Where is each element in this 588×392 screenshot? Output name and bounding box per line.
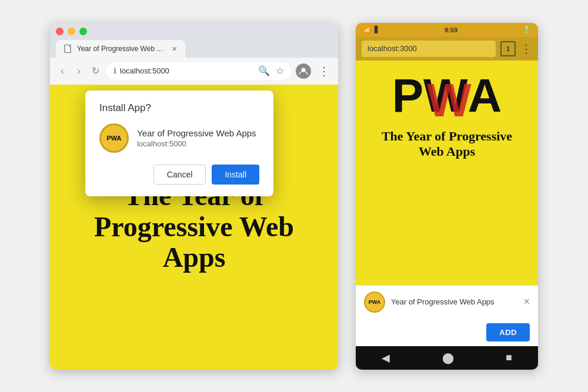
install-button[interactable]: Install bbox=[212, 165, 259, 185]
mobile-tab-count-button[interactable]: 1 bbox=[500, 41, 516, 56]
signal-icon: ▋ bbox=[375, 26, 379, 33]
logo-letter-a: A bbox=[468, 72, 502, 119]
back-button[interactable]: ‹ bbox=[56, 65, 69, 78]
mobile-status-bar: 📶 ▋ 9:59 🔋 bbox=[356, 23, 538, 37]
add-to-home-banner: PWA Year of Progressive Web Apps × bbox=[356, 285, 538, 319]
tab-count: 1 bbox=[506, 45, 510, 52]
browser-chrome: Year of Progressive Web Apps × bbox=[50, 23, 338, 58]
traffic-light-green[interactable] bbox=[79, 28, 87, 35]
reload-button[interactable]: ↻ bbox=[89, 65, 102, 78]
install-app-url: localhost:5000 bbox=[137, 139, 256, 148]
address-bar[interactable]: ℹ localhost:5000 🔍 ☆ bbox=[106, 62, 291, 80]
browser-tab[interactable]: Year of Progressive Web Apps × bbox=[56, 40, 185, 58]
recents-nav-button[interactable]: ■ bbox=[506, 351, 512, 364]
forward-button[interactable]: › bbox=[72, 65, 85, 78]
search-icon[interactable]: 🔍 bbox=[258, 65, 270, 76]
battery-icon: 🔋 bbox=[523, 26, 531, 33]
mobile-url-text: localhost:3000 bbox=[368, 44, 417, 53]
pwa-icon-xs-label: PWA bbox=[369, 299, 381, 305]
address-bar-row: ‹ › ↻ ℹ localhost:5000 🔍 ☆ ⋮ bbox=[50, 58, 338, 85]
pwa-logo: P W W A bbox=[392, 72, 502, 119]
tab-title: Year of Progressive Web Apps bbox=[77, 45, 168, 53]
install-dialog-title: Install App? bbox=[99, 102, 259, 114]
pwa-app-icon-xs: PWA bbox=[364, 292, 385, 313]
desktop-browser-mockup: Year of Progressive Web Apps × ‹ › ↻ ℹ l… bbox=[50, 23, 338, 370]
install-dialog: Install App? PWA Year of Progressive Web… bbox=[85, 91, 273, 196]
logo-letter-w-container: W W bbox=[423, 72, 468, 119]
status-time: 9:59 bbox=[445, 26, 457, 33]
add-button-row: ADD bbox=[356, 319, 538, 346]
lock-icon: ℹ bbox=[113, 66, 116, 75]
add-button[interactable]: ADD bbox=[486, 323, 530, 341]
install-app-name: Year of Progressive Web Apps bbox=[137, 128, 256, 138]
mobile-browser-mockup: 📶 ▋ 9:59 🔋 localhost:3000 1 ⋮ P W W A Th… bbox=[356, 23, 538, 370]
install-actions: Cancel Install bbox=[99, 165, 259, 185]
pwa-icon-label: PWA bbox=[106, 135, 121, 142]
traffic-lights bbox=[56, 28, 332, 35]
banner-app-name: Year of Progressive Web Apps bbox=[391, 297, 517, 306]
logo-letter-p: P bbox=[392, 72, 423, 119]
traffic-light-yellow[interactable] bbox=[68, 28, 75, 35]
url-text: localhost:5000 bbox=[120, 66, 255, 75]
pwa-app-icon-small: PWA bbox=[99, 123, 129, 153]
nav-buttons: ‹ › ↻ bbox=[56, 65, 102, 78]
logo-letter-w-red: W bbox=[427, 77, 472, 124]
mobile-url-box[interactable]: localhost:3000 bbox=[362, 41, 496, 57]
bookmark-icon[interactable]: ☆ bbox=[276, 65, 284, 76]
tab-page-icon bbox=[64, 45, 72, 53]
traffic-light-red[interactable] bbox=[56, 28, 64, 35]
mobile-nav-bar: ◀ ⬤ ■ bbox=[356, 346, 538, 370]
install-app-details: Year of Progressive Web Apps localhost:5… bbox=[137, 128, 256, 148]
mobile-page-heading: The Year of Progressive Web Apps bbox=[356, 129, 538, 160]
browser-menu-button[interactable]: ⋮ bbox=[316, 64, 332, 78]
home-nav-button[interactable]: ⬤ bbox=[442, 351, 454, 364]
tab-bar: Year of Progressive Web Apps × bbox=[56, 40, 332, 58]
browser-content: The Year of Progressive Web Apps Install… bbox=[50, 85, 338, 370]
back-nav-button[interactable]: ◀ bbox=[382, 351, 390, 364]
install-app-info: PWA Year of Progressive Web Apps localho… bbox=[99, 123, 259, 153]
banner-close-button[interactable]: × bbox=[523, 296, 530, 308]
user-avatar-button[interactable] bbox=[296, 63, 311, 79]
mobile-status-right: 🔋 bbox=[523, 26, 531, 33]
cancel-button[interactable]: Cancel bbox=[153, 165, 206, 185]
mobile-address-bar: localhost:3000 1 ⋮ bbox=[356, 37, 538, 61]
tab-close-button[interactable]: × bbox=[172, 44, 177, 53]
mobile-page-content: P W W A The Year of Progressive Web Apps bbox=[356, 61, 538, 285]
mobile-status-left: 📶 ▋ bbox=[363, 26, 379, 33]
wifi-icon: 📶 bbox=[363, 26, 371, 33]
address-bar-actions: 🔍 ☆ bbox=[258, 65, 284, 76]
mobile-menu-button[interactable]: ⋮ bbox=[520, 42, 532, 56]
